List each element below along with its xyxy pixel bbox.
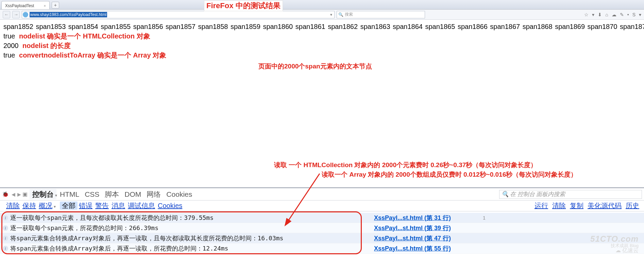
span-text: span1853 — [36, 23, 68, 30]
span-text: span1870 — [588, 23, 620, 30]
toolbar-right: ☆▾⬇⌂☁✎•S▾ — [584, 12, 641, 17]
devtools-tab[interactable]: DOM — [122, 189, 144, 199]
result-value: 2000 — [3, 42, 19, 49]
browser-tab[interactable]: XssPayloadTest × — [1, 1, 50, 9]
devtools-filter-bar: 清除保持概况▾ 全部错误警告消息调试信息Cookies 运行清除复制美化源代码历… — [0, 200, 644, 211]
info-icon: i — [3, 225, 8, 231]
span-text: span1854 — [68, 23, 101, 30]
span-text: span1858 — [198, 23, 231, 30]
devtools-tab[interactable]: 控制台 — [30, 189, 56, 199]
log-message: 逐一获取每个span元素，且每次都读取其长度所花费的总时间：379.55ms — [10, 214, 214, 222]
result-line-3: true convertnodelistToArray 确实是一个 Array … — [3, 50, 641, 60]
console-log-row[interactable]: i逐一获取每个span元素，所花费的总时间：266.39msXssPayl...… — [0, 223, 644, 233]
log-message: 逐一获取每个span元素，所花费的总时间：266.39ms — [10, 224, 158, 232]
console-filter[interactable]: 错误 — [78, 202, 94, 209]
result-value: true — [3, 51, 15, 59]
span-text: span1855 — [101, 23, 133, 30]
search-icon: 🔍 — [502, 191, 509, 198]
search-icon: 🔍 — [338, 12, 343, 17]
console-filter[interactable]: 保持 — [21, 202, 37, 209]
span-text: span1868 — [523, 23, 555, 30]
back-button[interactable]: ← — [3, 11, 10, 18]
page-viewport: span1852 span1853 span1854 span1855 span… — [0, 20, 644, 146]
info-icon: i — [3, 246, 8, 251]
result-annotation: nodelist 的长度 — [22, 42, 71, 49]
new-tab-button[interactable]: + — [52, 2, 59, 9]
console-filter[interactable]: 清除 — [5, 202, 21, 209]
console-filter[interactable]: 消息 — [110, 202, 126, 209]
console-action[interactable]: 历史 — [626, 201, 639, 210]
devtools-tab[interactable]: Cookies — [164, 189, 195, 199]
span-text-flow: span1852 span1853 span1854 span1855 span… — [3, 22, 641, 31]
devtools-tab[interactable]: HTML — [57, 189, 82, 199]
console-filter[interactable]: 警告 — [94, 202, 110, 209]
log-source-link[interactable]: XssPayl...st.html (第 55 行) — [374, 244, 451, 253]
log-message: 将span元素集合转换成Array对象后，再逐一读取，所花费的总时间：12.24… — [10, 244, 228, 253]
console-log-row[interactable]: i将span元素集合转换成Array对象后，再逐一读取，所花费的总时间：12.2… — [0, 243, 644, 254]
address-bar: ← → www.shayi1983.com/XssPayloadTest.htm… — [0, 10, 644, 20]
span-text: span1865 — [425, 23, 457, 30]
toolbar-icon-2[interactable]: ⬇ — [598, 12, 602, 17]
span-text: span1861 — [295, 23, 328, 30]
close-tab-icon[interactable]: × — [44, 4, 46, 8]
span-text: span1863 — [360, 23, 393, 30]
console-log-row[interactable]: i将span元素集合转换成Array对象后，再逐一读取，且每次都读取其长度所花费… — [0, 233, 644, 243]
devtools-prev-icon[interactable]: ◀ — [11, 192, 16, 197]
annotation-array-timing: 读取一个 Array 对象内的 2000个数组成员仅费时 0.012秒~0.01… — [320, 170, 579, 179]
toolbar-icon-0[interactable]: ☆ — [584, 12, 589, 17]
log-message: 将span元素集合转换成Array对象后，再逐一读取，且每次都读取其长度所花费的… — [10, 234, 283, 242]
devtools-detach-icon[interactable]: ▣ — [22, 191, 28, 197]
log-source-link[interactable]: XssPayl...st.html (第 47 行) — [374, 234, 451, 242]
console-log-row[interactable]: i逐一获取每个span元素，且每次都读取其长度所花费的总时间：379.55msX… — [0, 213, 644, 223]
browser-search-input[interactable]: 🔍 搜索 — [337, 11, 425, 18]
span-text: span1867 — [490, 23, 522, 30]
console-filter[interactable]: 全部 — [60, 202, 78, 210]
console-action[interactable]: 复制 — [570, 201, 583, 210]
result-value: true — [3, 32, 15, 40]
console-filter[interactable]: Cookies — [156, 202, 184, 209]
annotation-htmlcollection-timing: 读取 一个 HTMLCollection 对象内的 2000个元素费时 0.26… — [272, 161, 539, 170]
search-placeholder: 搜索 — [345, 12, 353, 17]
url-dropdown-icon[interactable]: ▾ — [329, 12, 334, 17]
span-text: span1869 — [555, 23, 587, 30]
toolbar-icon-8[interactable]: ▾ — [639, 12, 641, 17]
span-text: span1864 — [393, 23, 425, 30]
info-icon: i — [3, 215, 8, 221]
console-action[interactable]: 运行 — [535, 201, 548, 210]
log-source-link[interactable]: XssPayl...st.html (第 39 行) — [374, 224, 451, 232]
console-action[interactable]: 美化源代码 — [588, 201, 622, 210]
span-text: span1866 — [458, 23, 490, 30]
tab-bar: XssPayloadTest × + — [0, 0, 644, 10]
devtools-tabs: 🐞 ◀ ▶ ▣ 控制台▾HTMLCSS脚本DOM网络Cookies 🔍 在 控制… — [0, 188, 644, 200]
devtools-search-placeholder: 在 控制台 面板内搜索 — [510, 190, 565, 198]
log-source-link[interactable]: XssPayl...st.html (第 31 行) — [374, 214, 451, 222]
devtools-tab[interactable]: 脚本 — [102, 189, 122, 199]
forward-button[interactable]: → — [12, 11, 20, 18]
site-identity-icon[interactable] — [23, 12, 28, 17]
console-filter[interactable]: 概况 — [37, 202, 54, 209]
watermark-line: ☁ 亿速云 — [590, 248, 639, 254]
firebug-icon[interactable]: 🐞 — [2, 191, 9, 197]
span-text: span1856 — [133, 23, 166, 30]
info-icon: i — [3, 236, 8, 241]
url-input[interactable]: www.shayi1983.com/XssPayloadTest.html ▾ — [22, 11, 335, 18]
console-filter[interactable]: 调试信息 — [126, 202, 156, 209]
devtools-search-input[interactable]: 🔍 在 控制台 面板内搜索 — [499, 190, 642, 199]
url-text: www.shayi1983.com/XssPayloadTest.html — [30, 12, 107, 17]
toolbar-icon-7[interactable]: S — [632, 12, 635, 17]
toolbar-icon-4[interactable]: ☁ — [612, 12, 616, 17]
filter-dropdown-icon[interactable]: ▾ — [54, 204, 56, 209]
log-count: 1 — [483, 215, 486, 221]
toolbar-icon-1[interactable]: ▾ — [592, 12, 594, 17]
annotation-span-note: 页面中的2000个span元素内的文本节点 — [248, 60, 382, 73]
toolbar-icon-3[interactable]: ⌂ — [605, 12, 608, 17]
watermark: 51CTO.com 技术成就 Blog ☁ 亿速云 — [590, 235, 639, 254]
devtools-tab[interactable]: 网络 — [144, 189, 164, 199]
toolbar-icon-5[interactable]: ✎ — [620, 12, 624, 17]
devtools-next-icon[interactable]: ▶ — [17, 192, 22, 197]
toolbar-icon-6[interactable]: • — [627, 12, 629, 17]
console-action[interactable]: 清除 — [552, 201, 566, 210]
span-text: span1852 — [3, 23, 36, 30]
devtools-tab[interactable]: CSS — [82, 189, 102, 199]
span-text: span1859 — [231, 23, 263, 30]
